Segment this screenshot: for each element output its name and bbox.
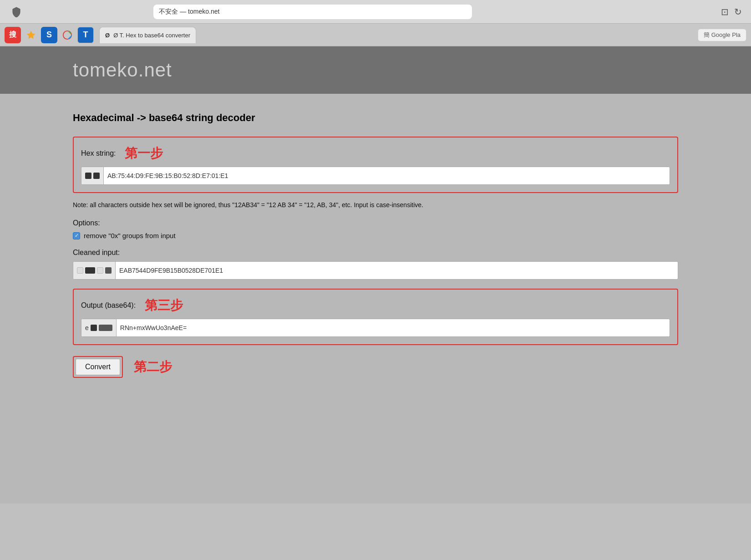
output-field-wrapper: e	[81, 319, 670, 337]
options-label: Options:	[73, 219, 678, 227]
convert-button-wrapper: Convert	[73, 356, 123, 378]
hex-input-wrapper	[81, 167, 670, 185]
cleaned-input-wrapper	[73, 261, 678, 280]
output-prefix-char: e	[85, 324, 89, 331]
output-dark-rect	[99, 325, 112, 331]
prefix-square-1	[85, 173, 91, 179]
tab-favicon-search[interactable]: 搜	[5, 27, 21, 43]
tab-favicon-t[interactable]: T	[77, 27, 94, 43]
checkbox-row: ✓ remove "0x" groups from input	[73, 232, 678, 239]
tab-favicon-color[interactable]	[59, 27, 76, 43]
prefix-square-2	[93, 173, 100, 179]
hex-section: Hex string: 第一步	[73, 137, 678, 193]
convert-button[interactable]: Convert	[76, 359, 120, 375]
output-section: Output (base64): 第三步 e	[73, 289, 678, 345]
site-title: tomeko.net	[73, 59, 751, 81]
page-heading: Hexadecimal -> base64 string decoder	[73, 112, 678, 124]
small-white-sq-2	[97, 267, 103, 274]
cleaned-label: Cleaned input:	[73, 249, 678, 257]
remove-0x-checkbox[interactable]: ✓	[73, 232, 80, 239]
small-black-sq	[85, 267, 95, 274]
tab-favicon-star[interactable]	[23, 27, 39, 43]
google-translate-label: 簡 Google Pla	[704, 31, 741, 39]
output-black-sq	[91, 325, 97, 331]
small-white-sq	[77, 267, 83, 274]
convert-section: Convert 第二步	[73, 356, 678, 378]
step2-label: 第二步	[134, 358, 172, 376]
step3-label: 第三步	[145, 297, 183, 314]
hex-input[interactable]	[104, 167, 670, 184]
output-prefix-area: e	[81, 319, 117, 336]
site-header: tomeko.net	[0, 46, 751, 94]
note-text: Note: all characters outside hex set wil…	[73, 200, 678, 210]
browser-tabbar: 搜 S T Ø Ø T. Hex to base64 converter 簡 G…	[0, 24, 751, 46]
translate-icon[interactable]: ⊡	[721, 6, 729, 17]
browser-titlebar: 不安全 — tomeko.net ⊡ ↻	[0, 0, 751, 24]
small-dark-sq	[105, 267, 112, 274]
google-translate-tab[interactable]: 簡 Google Pla	[698, 29, 746, 41]
cleaned-input[interactable]	[116, 262, 678, 279]
output-input[interactable]	[117, 319, 670, 336]
hex-label: Hex string: 第一步	[81, 145, 670, 162]
address-text: 不安全 — tomeko.net	[159, 8, 219, 16]
cleaned-prefix	[73, 262, 116, 279]
step1-label: 第一步	[125, 145, 163, 162]
tab-label: Ø T. Hex to base64 converter	[113, 32, 190, 39]
reload-icon[interactable]: ↻	[734, 6, 742, 17]
main-content: Hexadecimal -> base64 string decoder Hex…	[0, 94, 751, 504]
address-bar[interactable]: 不安全 — tomeko.net	[153, 5, 472, 19]
hex-input-prefix	[81, 167, 104, 184]
active-tab[interactable]: Ø Ø T. Hex to base64 converter	[99, 27, 196, 43]
checkbox-label: remove "0x" groups from input	[84, 232, 176, 239]
shield-icon	[9, 5, 24, 19]
browser-right-icons: ⊡ ↻	[721, 6, 742, 17]
output-label: Output (base64): 第三步	[81, 297, 670, 314]
tab-favicon-s[interactable]: S	[41, 27, 57, 43]
